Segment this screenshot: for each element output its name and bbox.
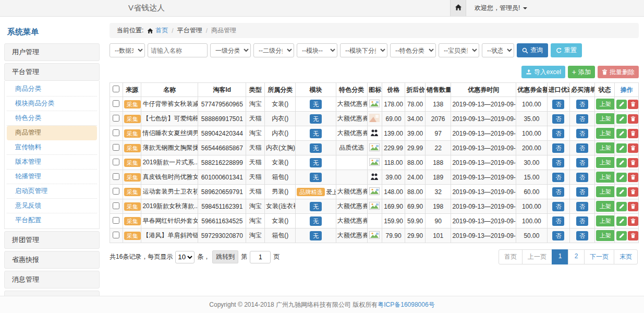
status-button[interactable]: 上架 (596, 113, 615, 124)
name-search-input[interactable] (148, 43, 208, 57)
must-buy-toggle-badge[interactable]: 否 (576, 216, 588, 226)
jump-button[interactable]: 跳转到 (212, 250, 238, 263)
row-checkbox[interactable] (113, 217, 119, 224)
imported-toggle-badge[interactable]: 否 (552, 216, 564, 226)
filter-select[interactable]: --模块-- (297, 43, 337, 57)
sidebar-subitem[interactable]: 平台配置 (7, 213, 97, 227)
must-buy-toggle-badge[interactable]: 否 (576, 231, 588, 240)
filter-select[interactable]: 一级分类 (210, 43, 251, 57)
edit-button[interactable] (616, 129, 627, 138)
edit-button[interactable] (616, 231, 627, 240)
page-size-select[interactable]: 10 (175, 251, 195, 263)
row-checkbox[interactable] (113, 202, 119, 209)
sidebar-subitem[interactable]: 意见反馈 (7, 199, 97, 213)
delete-button[interactable] (628, 202, 638, 211)
row-checkbox[interactable] (113, 115, 119, 122)
imported-toggle-badge[interactable]: 否 (552, 231, 564, 240)
edit-button[interactable] (616, 158, 627, 167)
status-button[interactable]: 上架 (596, 230, 615, 241)
status-button[interactable]: 上架 (596, 142, 615, 153)
imported-toggle-badge[interactable]: 否 (552, 202, 564, 211)
status-button[interactable]: 上架 (596, 215, 615, 226)
sidebar-subitem-active[interactable]: 商品管理 (7, 126, 97, 140)
row-checkbox[interactable] (113, 100, 119, 107)
imported-toggle-badge[interactable]: 否 (552, 143, 564, 153)
row-checkbox[interactable] (113, 173, 119, 180)
status-button[interactable]: 上架 (596, 157, 615, 168)
sidebar-subitem[interactable]: 特色分类 (7, 111, 97, 126)
edit-button[interactable] (616, 202, 627, 211)
row-checkbox[interactable] (113, 144, 119, 151)
sidebar-subitem[interactable]: 宣传物料 (7, 140, 97, 155)
delete-button[interactable] (628, 158, 638, 167)
sidebar-item[interactable]: 平台管理 (4, 63, 100, 81)
delete-button[interactable] (628, 114, 638, 124)
sidebar-item[interactable]: 消息管理 (4, 271, 100, 288)
edit-button[interactable] (616, 173, 627, 182)
imported-toggle-badge[interactable]: 否 (552, 100, 564, 109)
pagination-button[interactable]: 末页 (614, 249, 638, 264)
status-button[interactable]: 上架 (596, 128, 615, 139)
status-button[interactable]: 上架 (596, 172, 615, 183)
sidebar-item[interactable]: 用户管理 (4, 43, 100, 61)
delete-button[interactable] (628, 231, 638, 240)
must-buy-toggle-badge[interactable]: 否 (576, 187, 588, 197)
filter-select[interactable]: --宝贝类型-- (439, 43, 479, 57)
page-number-input[interactable] (250, 251, 271, 263)
home-button[interactable] (450, 0, 466, 16)
row-checkbox[interactable] (113, 159, 119, 165)
sidebar-subitem[interactable]: 商品分类 (7, 82, 97, 97)
delete-button[interactable] (628, 143, 638, 153)
filter-select[interactable]: --二级分类-- (253, 43, 294, 57)
must-buy-toggle-badge[interactable]: 否 (576, 158, 588, 167)
delete-button[interactable] (628, 129, 638, 138)
row-checkbox[interactable] (113, 188, 119, 195)
imported-toggle-badge[interactable]: 否 (552, 129, 564, 138)
sidebar-item[interactable]: 订单管理 (4, 291, 100, 296)
filter-select[interactable]: --模块下分类-- (340, 43, 387, 57)
edit-button[interactable] (616, 114, 627, 124)
delete-button[interactable] (628, 216, 638, 226)
sidebar-item[interactable]: 拼团管理 (4, 231, 100, 249)
imported-toggle-badge[interactable]: 否 (552, 187, 564, 197)
filter-select[interactable]: --数据来源-- (110, 43, 145, 57)
pagination-button[interactable]: 下一页 (584, 249, 614, 264)
imported-toggle-badge[interactable]: 否 (552, 158, 564, 167)
delete-button[interactable] (628, 100, 638, 109)
add-button[interactable]: + 添加 (568, 66, 595, 78)
icp-link[interactable]: 粤ICP备16098006号 (378, 300, 434, 309)
status-button[interactable]: 上架 (596, 201, 615, 212)
imported-toggle-badge[interactable]: 否 (552, 114, 564, 124)
status-button[interactable]: 上架 (596, 99, 615, 110)
imported-toggle-badge[interactable]: 否 (552, 173, 564, 182)
sidebar-subitem[interactable]: 版本管理 (7, 155, 97, 170)
sidebar-item[interactable]: 省惠快报 (4, 251, 100, 269)
must-buy-toggle-badge[interactable]: 否 (576, 173, 588, 182)
select-all-checkbox[interactable] (113, 86, 119, 92)
must-buy-toggle-badge[interactable]: 否 (576, 114, 588, 124)
row-checkbox[interactable] (113, 129, 119, 136)
pagination-button[interactable]: 1 (552, 249, 568, 264)
sidebar-subitem[interactable]: 模块商品分类 (7, 97, 97, 111)
pagination-button[interactable]: 2 (568, 249, 585, 264)
delete-button[interactable] (628, 187, 638, 197)
reset-button[interactable]: 重置 (551, 43, 582, 57)
sidebar-subitem[interactable]: 启动页管理 (7, 184, 97, 199)
user-menu[interactable]: 欢迎您，管理员! (475, 4, 527, 13)
row-checkbox[interactable] (113, 232, 119, 238)
filter-select[interactable]: --特色分类-- (390, 43, 436, 57)
edit-button[interactable] (616, 216, 627, 226)
edit-button[interactable] (616, 187, 627, 197)
status-button[interactable]: 上架 (596, 186, 615, 197)
filter-select[interactable]: --状态-- (482, 43, 514, 57)
must-buy-toggle-badge[interactable]: 否 (576, 143, 588, 153)
edit-button[interactable] (616, 143, 627, 153)
query-button[interactable]: 查询 (517, 43, 548, 57)
edit-button[interactable] (616, 100, 627, 109)
sidebar-subitem[interactable]: 轮播管理 (7, 170, 97, 184)
batch-delete-button[interactable]: 批量删除 (598, 66, 639, 78)
must-buy-toggle-badge[interactable]: 否 (576, 129, 588, 138)
delete-button[interactable] (628, 173, 638, 182)
breadcrumb-home-link[interactable]: 首页 (147, 26, 168, 35)
must-buy-toggle-badge[interactable]: 否 (576, 100, 588, 109)
